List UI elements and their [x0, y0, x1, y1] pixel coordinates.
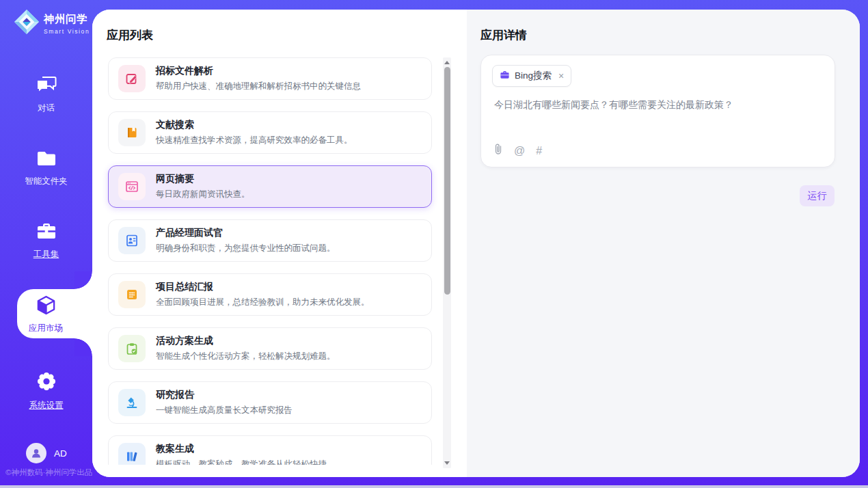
tool-chip-label: Bing搜索 — [515, 70, 552, 82]
app-list-item-event-plan[interactable]: 活动方案生成 智能生成个性化活动方案，轻松解决规划难题。 — [108, 327, 432, 370]
book-icon — [118, 119, 146, 146]
sidebar-item-app-market[interactable]: 应用市场 — [17, 289, 92, 338]
app-name: 教案生成 — [156, 443, 327, 455]
hash-icon[interactable]: # — [536, 146, 542, 157]
app-name: 文献搜索 — [156, 119, 353, 131]
sidebar-item-label: 应用市场 — [29, 323, 63, 334]
sidebar-item-label: 系统设置 — [29, 400, 64, 411]
app-name: 研究报告 — [156, 389, 293, 401]
run-button[interactable]: 运行 — [800, 185, 835, 206]
folder-icon — [36, 150, 57, 170]
main-content-card: 应用列表 招标文件解析 帮助用户快速、准确地理解和解析招标书中的关键信息 — [92, 10, 860, 477]
app-desc: 模板驱动，教案秒成，教学准备从此轻松快捷 — [156, 459, 327, 465]
app-list-scrollbar[interactable] — [443, 57, 451, 468]
user-account[interactable]: AD — [26, 443, 67, 463]
scrollbar-thumb[interactable] — [444, 67, 450, 295]
chat-icon — [36, 75, 57, 96]
sidebar-item-settings[interactable]: 系统设置 — [0, 372, 92, 411]
app-name: 项目总结汇报 — [156, 281, 370, 293]
app-list-item-literature-search[interactable]: 文献搜索 快速精准查找学术资源，提高研究效率的必备工具。 — [108, 111, 432, 154]
gear-icon — [37, 372, 56, 394]
brand-subtitle: Smart Vision — [44, 28, 90, 35]
app-desc: 快速精准查找学术资源，提高研究效率的必备工具。 — [156, 135, 353, 146]
app-desc: 一键智能生成高质量长文本研究报告 — [156, 405, 293, 416]
scroll-up-icon[interactable] — [444, 61, 450, 64]
sidebar-item-label: 对话 — [38, 103, 55, 114]
close-icon[interactable]: × — [558, 70, 564, 81]
bottom-edge-strip — [0, 485, 868, 488]
sidebar-item-label: 智能文件夹 — [25, 176, 68, 187]
app-desc: 每日政府新闻资讯快查。 — [156, 189, 250, 200]
paperclip-icon[interactable] — [493, 144, 503, 158]
copyright-text: ©神州数码·神州问学出品 — [5, 467, 92, 478]
brand-logo: 神州问学 Smart Vision — [14, 9, 90, 38]
prompt-input[interactable]: 今日湖北有哪些新闻要点？有哪些需要关注的最新政策？ — [494, 98, 821, 112]
books-icon — [118, 443, 146, 465]
app-list-panel: 应用列表 招标文件解析 帮助用户快速、准确地理解和解析招标书中的关键信息 — [92, 10, 467, 477]
app-detail-panel: 应用详情 Bing搜索 × 今日湖北有哪些新闻要点？有哪些需要关注的最新政策？ — [467, 10, 860, 477]
browser-code-icon — [118, 173, 146, 200]
toolbox-icon — [36, 222, 57, 243]
app-list: 招标文件解析 帮助用户快速、准确地理解和解析招标书中的关键信息 文献搜索 — [92, 10, 467, 465]
attachment-toolbar: @ # — [493, 144, 542, 158]
brand-name: 神州问学 — [44, 12, 90, 27]
scroll-down-icon[interactable] — [444, 461, 450, 465]
briefcase-icon — [500, 70, 510, 82]
sidebar-item-chat[interactable]: 对话 — [0, 75, 92, 114]
app-list-item-bid-parse[interactable]: 招标文件解析 帮助用户快速、准确地理解和解析招标书中的关键信息 — [108, 57, 432, 100]
resume-person-icon — [118, 227, 146, 254]
sidebar-item-label: 工具集 — [33, 249, 59, 260]
mention-at-icon[interactable]: @ — [514, 146, 525, 157]
app-desc: 智能生成个性化活动方案，轻松解决规划难题。 — [156, 351, 336, 362]
microscope-icon — [118, 389, 146, 416]
clipboard-check-icon — [118, 335, 146, 362]
sidebar-item-toolset[interactable]: 工具集 — [0, 222, 92, 260]
app-detail-title: 应用详情 — [480, 27, 527, 43]
sidebar: 神州问学 Smart Vision 对话 智能文件夹 — [0, 0, 92, 488]
avatar — [26, 443, 46, 463]
prompt-card: Bing搜索 × 今日湖北有哪些新闻要点？有哪些需要关注的最新政策？ @ # — [480, 55, 835, 167]
app-list-item-project-summary[interactable]: 项目总结汇报 全面回顾项目进展，总结经验教训，助力未来优化发展。 — [108, 273, 432, 316]
app-name: 产品经理面试官 — [156, 227, 336, 239]
app-list-item-pm-interviewer[interactable]: 产品经理面试官 明确身份和职责，为您提供专业性的面试问题。 — [108, 219, 432, 262]
app-name: 网页摘要 — [156, 173, 250, 185]
document-edit-icon — [118, 65, 146, 92]
app-name: 招标文件解析 — [156, 65, 361, 77]
note-icon — [118, 281, 146, 308]
app-list-item-research-report[interactable]: 研究报告 一键智能生成高质量长文本研究报告 — [108, 381, 432, 424]
diamond-logo-icon — [14, 9, 40, 38]
app-list-item-lesson-plan[interactable]: 教案生成 模板驱动，教案秒成，教学准备从此轻松快捷 — [108, 435, 432, 465]
app-list-item-web-summary[interactable]: 网页摘要 每日政府新闻资讯快查。 — [108, 165, 432, 208]
app-desc: 帮助用户快速、准确地理解和解析招标书中的关键信息 — [156, 81, 361, 92]
app-desc: 全面回顾项目进展，总结经验教训，助力未来优化发展。 — [156, 297, 370, 308]
sidebar-item-smart-folder[interactable]: 智能文件夹 — [0, 150, 92, 187]
app-name: 活动方案生成 — [156, 335, 336, 347]
app-desc: 明确身份和职责，为您提供专业性的面试问题。 — [156, 243, 336, 254]
cube-icon — [36, 295, 57, 318]
user-initials: AD — [54, 448, 67, 459]
tool-chip-bing-search[interactable]: Bing搜索 × — [492, 65, 571, 87]
